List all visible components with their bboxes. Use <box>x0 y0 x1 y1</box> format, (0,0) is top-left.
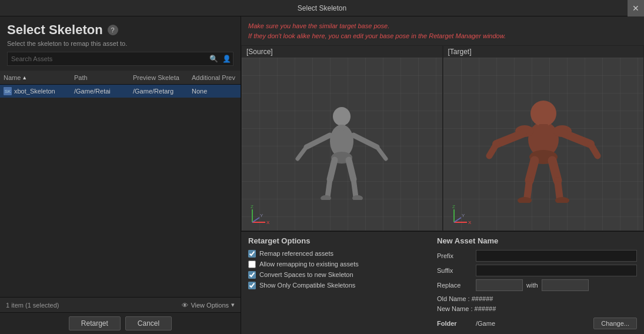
retarget-button[interactable]: Retarget <box>69 316 121 330</box>
options-section: Retarget Options Remap referenced assets… <box>241 231 644 334</box>
help-icon[interactable]: ? <box>108 25 118 35</box>
source-canvas: X Z Y <box>242 58 442 231</box>
svg-text:Y: Y <box>462 213 465 218</box>
skeleton-icon: SK <box>4 87 12 95</box>
target-axis-indicator: X Z Y <box>448 202 472 226</box>
close-button[interactable]: ✕ <box>628 0 644 16</box>
svg-line-32 <box>527 181 529 199</box>
filter-button[interactable]: 👤 <box>220 52 233 65</box>
suffix-row: Suffix <box>437 265 637 276</box>
item-count: 1 item (1 selected) <box>6 302 59 309</box>
table-row[interactable]: SK xbot_Skeleton /Game/Retai /Game/Retar… <box>0 85 241 98</box>
target-preview: [Target] <box>443 45 645 231</box>
svg-line-18 <box>252 218 259 222</box>
td-preview: /Game/Retarg <box>129 88 188 95</box>
col-name[interactable]: Name ▲ <box>0 74 71 81</box>
table-header: Name ▲ Path Preview Skeleta Additional P… <box>0 71 241 85</box>
change-button[interactable]: Change... <box>593 318 637 329</box>
svg-line-28 <box>590 144 598 156</box>
col-addprev[interactable]: Additional Prev <box>188 74 241 81</box>
convert-label: Convert Spaces to new Skeleton <box>259 271 353 278</box>
replace-from-input[interactable] <box>476 279 523 291</box>
svg-line-25 <box>496 133 523 144</box>
search-button[interactable]: 🔍 <box>207 52 220 65</box>
preview-row: [Source] <box>241 45 644 231</box>
td-path: /Game/Retai <box>71 88 129 95</box>
folder-row: Folder /Game Change... <box>437 318 637 329</box>
subtitle: Select the skeleton to remap this asset … <box>7 40 233 47</box>
allow-row: Allow remapping to existing assets <box>248 260 425 268</box>
svg-line-5 <box>298 147 306 159</box>
col-preview[interactable]: Preview Skeleta <box>129 74 188 81</box>
title-bar: Select Skeleton ✕ <box>0 0 644 16</box>
suffix-input[interactable] <box>476 265 637 276</box>
svg-text:Y: Y <box>260 213 263 218</box>
col-path[interactable]: Path <box>71 74 129 81</box>
svg-text:X: X <box>468 220 472 225</box>
with-label: with <box>526 282 538 289</box>
folder-label: Folder <box>437 320 472 327</box>
cancel-button[interactable]: Cancel <box>125 316 172 330</box>
new-asset-title: New Asset Name <box>437 236 637 245</box>
target-label: [Target] <box>443 46 644 58</box>
convert-checkbox[interactable] <box>248 271 256 279</box>
warning-line2: If they don't look alike here, you can e… <box>248 31 637 41</box>
target-canvas: X Z Y <box>443 58 644 231</box>
svg-point-21 <box>530 101 556 126</box>
retarget-options: Retarget Options Remap referenced assets… <box>248 236 425 329</box>
main-layout: Select Skeleton ? Select the skeleton to… <box>0 16 644 334</box>
replace-label: Replace <box>437 282 472 289</box>
search-bar: 🔍 👤 <box>7 52 233 66</box>
svg-rect-2 <box>339 125 345 131</box>
warning-line1: Make sure you have the similar target ba… <box>248 21 637 31</box>
table-body: SK xbot_Skeleton /Game/Retai /Game/Retar… <box>0 85 241 297</box>
td-name: SK xbot_Skeleton <box>0 87 71 95</box>
right-panel: Make sure you have the similar target ba… <box>241 16 644 334</box>
svg-line-10 <box>328 179 330 197</box>
remap-checkbox[interactable] <box>248 250 256 258</box>
eye-icon: 👁 <box>182 302 188 309</box>
svg-text:Z: Z <box>452 204 455 209</box>
svg-rect-22 <box>539 124 548 132</box>
retarget-options-title: Retarget Options <box>248 236 425 245</box>
prefix-label: Prefix <box>437 252 472 259</box>
allow-label: Allow remapping to existing assets <box>259 260 359 268</box>
new-asset-section: New Asset Name Prefix Suffix Replace wit… <box>437 236 637 329</box>
replace-row: Replace with <box>437 279 637 291</box>
svg-line-4 <box>353 135 377 147</box>
panel-title: Select Skeleton <box>7 22 103 38</box>
svg-line-27 <box>489 144 496 156</box>
folder-path: /Game <box>476 320 590 327</box>
chevron-down-icon: ▾ <box>231 301 235 309</box>
warning-text: Make sure you have the similar target ba… <box>241 16 644 45</box>
prefix-input[interactable] <box>476 250 637 262</box>
source-axis-indicator: X Z Y <box>246 202 270 226</box>
source-preview: [Source] <box>241 45 443 231</box>
hash-names: Old Name : ###### New Name : ###### <box>437 294 637 315</box>
allow-checkbox[interactable] <box>248 260 256 268</box>
svg-text:X: X <box>266 220 270 225</box>
left-header: Select Skeleton ? Select the skeleton to… <box>0 16 241 71</box>
convert-row: Convert Spaces to new Skeleton <box>248 271 425 279</box>
prefix-row: Prefix <box>437 250 637 262</box>
svg-line-3 <box>306 135 330 147</box>
old-name-text: Old Name : ###### <box>437 294 637 305</box>
new-name-text: New Name : ###### <box>437 304 637 315</box>
svg-line-11 <box>353 179 356 197</box>
compatible-row: Show Only Compatible Skeletons <box>248 282 425 289</box>
source-skeleton-svg <box>289 88 395 200</box>
svg-line-6 <box>377 147 386 159</box>
compatible-checkbox[interactable] <box>248 282 256 289</box>
remap-row: Remap referenced assets <box>248 250 425 258</box>
svg-point-1 <box>333 107 351 126</box>
svg-line-9 <box>349 160 353 179</box>
sort-arrow-icon: ▲ <box>22 75 27 81</box>
left-panel: Select Skeleton ? Select the skeleton to… <box>0 16 241 334</box>
svg-line-40 <box>454 218 461 222</box>
search-input[interactable] <box>8 55 207 62</box>
replace-to-input[interactable] <box>542 279 589 291</box>
source-label: [Source] <box>242 46 442 58</box>
remap-label: Remap referenced assets <box>259 250 333 257</box>
view-options-button[interactable]: 👁 View Options ▾ <box>182 301 235 309</box>
svg-text:Z: Z <box>251 204 253 209</box>
